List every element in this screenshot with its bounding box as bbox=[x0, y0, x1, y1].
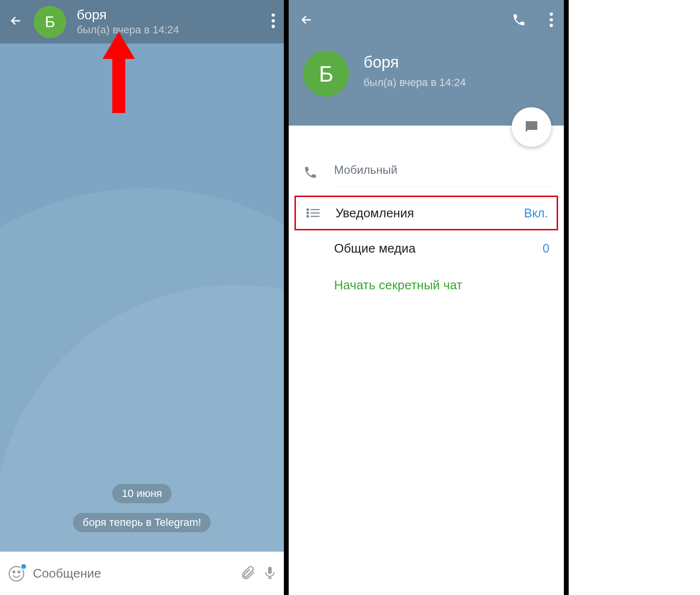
svg-point-6 bbox=[550, 13, 553, 16]
svg-point-4 bbox=[13, 571, 15, 573]
more-vertical-icon bbox=[549, 13, 553, 27]
chat-title: боря bbox=[77, 7, 261, 23]
svg-point-5 bbox=[18, 571, 20, 573]
svg-point-9 bbox=[307, 209, 308, 210]
list-icon bbox=[306, 208, 320, 218]
more-button[interactable] bbox=[271, 14, 275, 30]
svg-point-0 bbox=[272, 14, 275, 17]
back-button[interactable] bbox=[9, 14, 23, 30]
message-input[interactable] bbox=[33, 566, 233, 581]
more-button[interactable] bbox=[549, 13, 553, 29]
annotation-arrow bbox=[102, 32, 136, 115]
message-fab[interactable] bbox=[512, 107, 551, 147]
shared-media-row[interactable]: Общие медиа 0 bbox=[289, 230, 564, 266]
notification-dot-icon bbox=[20, 563, 27, 570]
svg-point-10 bbox=[307, 212, 308, 213]
notifications-label: Уведомления bbox=[336, 206, 414, 221]
arrow-left-icon bbox=[9, 14, 23, 28]
chat-icon bbox=[523, 118, 540, 136]
profile-name: боря bbox=[364, 53, 399, 71]
secret-chat-button[interactable]: Начать секретный чат bbox=[289, 266, 564, 304]
emoji-button[interactable] bbox=[7, 564, 26, 583]
paperclip-icon bbox=[239, 565, 256, 581]
arrow-left-icon bbox=[299, 13, 314, 27]
profile-status: был(а) вчера в 14:24 bbox=[364, 76, 466, 89]
notifications-value: Вкл. bbox=[524, 206, 548, 220]
back-button[interactable] bbox=[299, 13, 314, 29]
microphone-icon bbox=[263, 564, 277, 581]
avatar[interactable]: Б bbox=[34, 6, 66, 38]
attach-button[interactable] bbox=[239, 565, 256, 583]
phone-type-label: Мобильный bbox=[334, 163, 397, 177]
date-separator: 10 июня bbox=[112, 484, 171, 503]
svg-point-7 bbox=[550, 18, 553, 21]
notifications-row[interactable]: Уведомления Вкл. bbox=[296, 197, 557, 229]
more-vertical-icon bbox=[271, 14, 275, 28]
svg-point-8 bbox=[550, 24, 553, 27]
call-button[interactable] bbox=[512, 13, 526, 29]
chat-background: 10 июня боря теперь в Telegram! bbox=[0, 43, 284, 552]
svg-point-2 bbox=[272, 25, 275, 28]
avatar[interactable]: Б bbox=[303, 51, 349, 97]
svg-point-11 bbox=[307, 215, 308, 217]
voice-button[interactable] bbox=[263, 564, 277, 583]
phone-icon bbox=[303, 165, 320, 182]
phone-icon bbox=[512, 13, 526, 27]
svg-point-1 bbox=[272, 19, 275, 23]
shared-media-label: Общие медиа bbox=[334, 241, 416, 256]
annotation-highlight: Уведомления Вкл. bbox=[294, 196, 558, 230]
shared-media-value: 0 bbox=[543, 241, 549, 255]
system-message: боря теперь в Telegram! bbox=[73, 513, 210, 532]
